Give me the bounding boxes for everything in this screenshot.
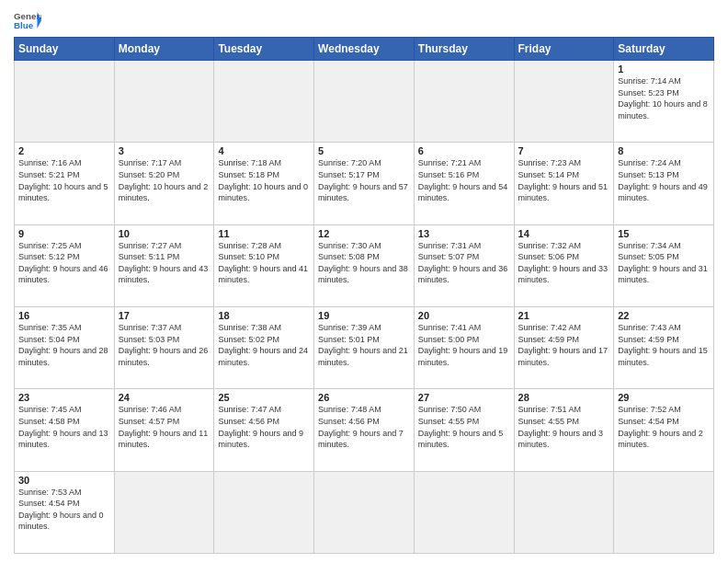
day-number: 2 bbox=[18, 145, 110, 156]
calendar-cell bbox=[514, 61, 614, 143]
day-number: 4 bbox=[218, 145, 310, 156]
calendar-cell: 2Sunrise: 7:16 AM Sunset: 5:21 PM Daylig… bbox=[15, 143, 115, 224]
days-header-row: SundayMondayTuesdayWednesdayThursdayFrid… bbox=[15, 38, 714, 61]
day-info: Sunrise: 7:20 AM Sunset: 5:17 PM Dayligh… bbox=[318, 157, 410, 203]
day-number: 28 bbox=[518, 392, 610, 403]
day-info: Sunrise: 7:38 AM Sunset: 5:02 PM Dayligh… bbox=[218, 322, 310, 368]
calendar-cell: 18Sunrise: 7:38 AM Sunset: 5:02 PM Dayli… bbox=[214, 306, 314, 388]
svg-text:Blue: Blue bbox=[14, 20, 34, 30]
day-number: 13 bbox=[418, 228, 510, 239]
day-info: Sunrise: 7:17 AM Sunset: 5:20 PM Dayligh… bbox=[119, 157, 210, 203]
page-header: General Blue bbox=[14, 9, 714, 31]
calendar-cell bbox=[314, 61, 415, 143]
day-number: 3 bbox=[119, 145, 210, 156]
day-number: 1 bbox=[618, 63, 710, 75]
day-info: Sunrise: 7:18 AM Sunset: 5:18 PM Dayligh… bbox=[218, 157, 310, 203]
day-info: Sunrise: 7:47 AM Sunset: 4:56 PM Dayligh… bbox=[218, 404, 310, 450]
week-row-2: 9Sunrise: 7:25 AM Sunset: 5:12 PM Daylig… bbox=[15, 224, 714, 306]
week-row-3: 16Sunrise: 7:35 AM Sunset: 5:04 PM Dayli… bbox=[15, 306, 714, 388]
day-number: 11 bbox=[218, 228, 310, 239]
day-number: 29 bbox=[618, 392, 710, 403]
day-number: 24 bbox=[119, 392, 210, 403]
calendar-cell: 25Sunrise: 7:47 AM Sunset: 4:56 PM Dayli… bbox=[214, 389, 314, 471]
calendar-cell: 29Sunrise: 7:52 AM Sunset: 4:54 PM Dayli… bbox=[614, 389, 714, 471]
calendar-cell bbox=[114, 61, 214, 143]
calendar-cell: 24Sunrise: 7:46 AM Sunset: 4:57 PM Dayli… bbox=[114, 389, 214, 471]
day-info: Sunrise: 7:51 AM Sunset: 4:55 PM Dayligh… bbox=[518, 404, 610, 450]
day-info: Sunrise: 7:24 AM Sunset: 5:13 PM Dayligh… bbox=[618, 157, 710, 203]
day-number: 10 bbox=[119, 228, 210, 239]
calendar-cell: 22Sunrise: 7:43 AM Sunset: 4:59 PM Dayli… bbox=[614, 306, 714, 388]
day-info: Sunrise: 7:31 AM Sunset: 5:07 PM Dayligh… bbox=[418, 240, 510, 286]
day-info: Sunrise: 7:50 AM Sunset: 4:55 PM Dayligh… bbox=[418, 404, 510, 450]
logo: General Blue bbox=[14, 9, 41, 31]
calendar-cell: 5Sunrise: 7:20 AM Sunset: 5:17 PM Daylig… bbox=[314, 143, 415, 224]
day-info: Sunrise: 7:16 AM Sunset: 5:21 PM Dayligh… bbox=[18, 157, 110, 203]
day-info: Sunrise: 7:39 AM Sunset: 5:01 PM Dayligh… bbox=[318, 322, 410, 368]
day-number: 27 bbox=[418, 392, 510, 403]
day-number: 19 bbox=[318, 310, 410, 321]
day-info: Sunrise: 7:45 AM Sunset: 4:58 PM Dayligh… bbox=[18, 404, 110, 450]
day-info: Sunrise: 7:46 AM Sunset: 4:57 PM Dayligh… bbox=[119, 404, 210, 450]
calendar-cell bbox=[314, 471, 415, 553]
day-info: Sunrise: 7:30 AM Sunset: 5:08 PM Dayligh… bbox=[318, 240, 410, 286]
day-number: 22 bbox=[618, 310, 710, 321]
day-number: 17 bbox=[119, 310, 210, 321]
day-info: Sunrise: 7:23 AM Sunset: 5:14 PM Dayligh… bbox=[518, 157, 610, 203]
calendar-cell: 20Sunrise: 7:41 AM Sunset: 5:00 PM Dayli… bbox=[414, 306, 514, 388]
week-row-1: 2Sunrise: 7:16 AM Sunset: 5:21 PM Daylig… bbox=[15, 143, 714, 224]
day-info: Sunrise: 7:27 AM Sunset: 5:11 PM Dayligh… bbox=[119, 240, 210, 286]
calendar-cell: 1Sunrise: 7:14 AM Sunset: 5:23 PM Daylig… bbox=[614, 61, 714, 143]
calendar-cell: 26Sunrise: 7:48 AM Sunset: 4:56 PM Dayli… bbox=[314, 389, 415, 471]
day-number: 12 bbox=[318, 228, 410, 239]
calendar-cell: 8Sunrise: 7:24 AM Sunset: 5:13 PM Daylig… bbox=[614, 143, 714, 224]
calendar-cell: 6Sunrise: 7:21 AM Sunset: 5:16 PM Daylig… bbox=[414, 143, 514, 224]
calendar-cell: 7Sunrise: 7:23 AM Sunset: 5:14 PM Daylig… bbox=[514, 143, 614, 224]
day-header-tuesday: Tuesday bbox=[214, 38, 314, 61]
day-info: Sunrise: 7:42 AM Sunset: 4:59 PM Dayligh… bbox=[518, 322, 610, 368]
day-header-thursday: Thursday bbox=[414, 38, 514, 61]
calendar-cell bbox=[514, 471, 614, 553]
day-info: Sunrise: 7:32 AM Sunset: 5:06 PM Dayligh… bbox=[518, 240, 610, 286]
calendar-cell: 30Sunrise: 7:53 AM Sunset: 4:54 PM Dayli… bbox=[15, 471, 115, 553]
calendar-cell bbox=[414, 471, 514, 553]
day-info: Sunrise: 7:28 AM Sunset: 5:10 PM Dayligh… bbox=[218, 240, 310, 286]
day-number: 18 bbox=[218, 310, 310, 321]
calendar-cell: 28Sunrise: 7:51 AM Sunset: 4:55 PM Dayli… bbox=[514, 389, 614, 471]
calendar-cell: 23Sunrise: 7:45 AM Sunset: 4:58 PM Dayli… bbox=[15, 389, 115, 471]
day-number: 15 bbox=[618, 228, 710, 239]
day-header-wednesday: Wednesday bbox=[314, 38, 415, 61]
day-info: Sunrise: 7:21 AM Sunset: 5:16 PM Dayligh… bbox=[418, 157, 510, 203]
calendar-cell bbox=[15, 61, 115, 143]
day-number: 30 bbox=[18, 475, 110, 486]
week-row-0: 1Sunrise: 7:14 AM Sunset: 5:23 PM Daylig… bbox=[15, 61, 714, 143]
day-info: Sunrise: 7:37 AM Sunset: 5:03 PM Dayligh… bbox=[119, 322, 210, 368]
day-number: 14 bbox=[518, 228, 610, 239]
day-number: 26 bbox=[318, 392, 410, 403]
day-number: 9 bbox=[18, 228, 110, 239]
day-header-friday: Friday bbox=[514, 38, 614, 61]
calendar-cell bbox=[114, 471, 214, 553]
calendar-cell bbox=[214, 61, 314, 143]
day-info: Sunrise: 7:43 AM Sunset: 4:59 PM Dayligh… bbox=[618, 322, 710, 368]
calendar-cell: 12Sunrise: 7:30 AM Sunset: 5:08 PM Dayli… bbox=[314, 224, 415, 306]
day-number: 23 bbox=[18, 392, 110, 403]
calendar-cell bbox=[414, 61, 514, 143]
calendar-cell: 14Sunrise: 7:32 AM Sunset: 5:06 PM Dayli… bbox=[514, 224, 614, 306]
calendar-cell: 13Sunrise: 7:31 AM Sunset: 5:07 PM Dayli… bbox=[414, 224, 514, 306]
day-number: 25 bbox=[218, 392, 310, 403]
calendar-cell: 4Sunrise: 7:18 AM Sunset: 5:18 PM Daylig… bbox=[214, 143, 314, 224]
calendar-cell: 15Sunrise: 7:34 AM Sunset: 5:05 PM Dayli… bbox=[614, 224, 714, 306]
calendar-cell: 3Sunrise: 7:17 AM Sunset: 5:20 PM Daylig… bbox=[114, 143, 214, 224]
day-info: Sunrise: 7:53 AM Sunset: 4:54 PM Dayligh… bbox=[18, 487, 110, 533]
calendar-table: SundayMondayTuesdayWednesdayThursdayFrid… bbox=[14, 37, 714, 554]
calendar-cell: 16Sunrise: 7:35 AM Sunset: 5:04 PM Dayli… bbox=[15, 306, 115, 388]
calendar-cell: 10Sunrise: 7:27 AM Sunset: 5:11 PM Dayli… bbox=[114, 224, 214, 306]
day-number: 8 bbox=[618, 145, 710, 156]
calendar-cell bbox=[214, 471, 314, 553]
calendar-cell: 11Sunrise: 7:28 AM Sunset: 5:10 PM Dayli… bbox=[214, 224, 314, 306]
day-number: 6 bbox=[418, 145, 510, 156]
day-header-sunday: Sunday bbox=[15, 38, 115, 61]
day-header-monday: Monday bbox=[114, 38, 214, 61]
day-info: Sunrise: 7:52 AM Sunset: 4:54 PM Dayligh… bbox=[618, 404, 710, 450]
